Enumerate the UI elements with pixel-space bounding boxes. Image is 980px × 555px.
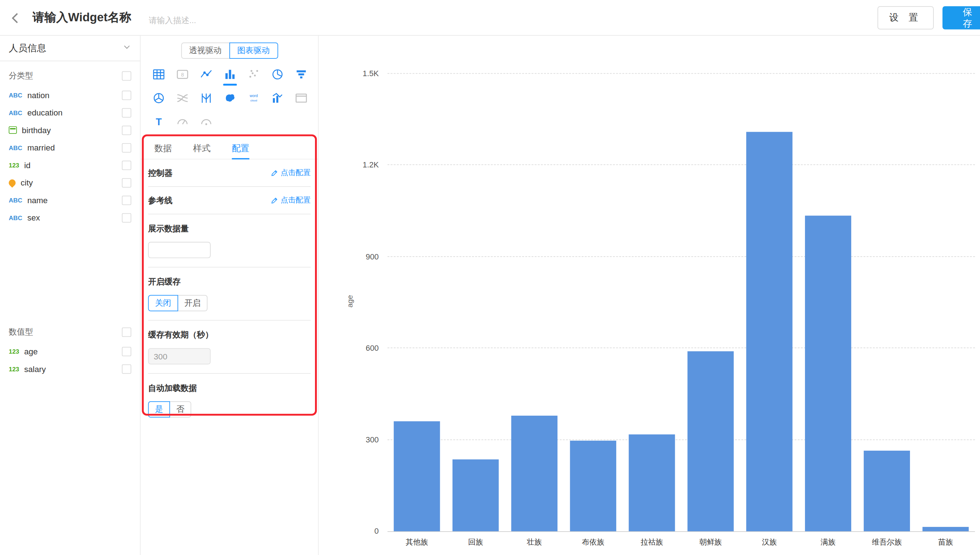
section-label: 数值型	[9, 326, 33, 337]
gridline	[388, 439, 975, 440]
chart-type-combo[interactable]	[266, 86, 289, 110]
panel-tabs: 数据 样式 配置	[141, 139, 318, 159]
bar-拉祜族[interactable]	[629, 435, 675, 531]
number-type-icon: 123	[9, 348, 19, 355]
chart-type-grid: 8 wordcloud T	[147, 63, 313, 133]
chart-type-funnel[interactable]	[289, 63, 313, 86]
gridline	[388, 73, 975, 74]
bar-维吾尔族[interactable]	[864, 450, 910, 531]
section-numeric: 数值型 123age123salary	[0, 321, 140, 377]
scatter-icon	[247, 67, 261, 81]
field-row-married[interactable]: ABCmarried	[0, 139, 140, 156]
mode-pivot-button[interactable]: 透视驱动	[181, 43, 229, 59]
y-axis-title: age	[346, 295, 354, 308]
autoload-no-radio[interactable]: 否	[169, 401, 191, 417]
dial-icon	[200, 115, 213, 129]
field-row-birthday[interactable]: birthday	[0, 121, 140, 139]
iframe-icon	[295, 91, 308, 105]
view-header[interactable]: 人员信息	[0, 36, 140, 61]
bar-汉族[interactable]	[746, 132, 793, 531]
field-checkbox[interactable]	[122, 346, 131, 356]
bar-布依族[interactable]	[570, 440, 616, 531]
text-icon: T	[152, 115, 166, 129]
calendar-icon	[9, 126, 17, 134]
autoload-yes-radio[interactable]: 是	[148, 401, 170, 417]
chart-type-dial[interactable]	[194, 110, 218, 134]
chart-type-gauge[interactable]	[171, 110, 194, 134]
header: 请输入Widget名称 请输入描述... 设 置 保 存	[0, 0, 980, 36]
chart-type-scorecard[interactable]: 8	[171, 63, 194, 86]
tab-style[interactable]: 样式	[193, 139, 210, 159]
bar-满族[interactable]	[805, 215, 851, 531]
chart-type-parallel[interactable]	[194, 86, 218, 110]
field-checkbox[interactable]	[122, 160, 131, 170]
field-row-nation[interactable]: ABCnation	[0, 86, 140, 104]
chart-type-scatter[interactable]	[242, 63, 266, 86]
save-button[interactable]: 保 存	[943, 6, 980, 29]
controller-row: 控制器 点击配置	[148, 159, 311, 187]
display-count-input[interactable]	[148, 242, 211, 258]
field-row-education[interactable]: ABCeducation	[0, 104, 140, 121]
field-checkbox[interactable]	[122, 90, 131, 99]
chart-type-china-map[interactable]	[218, 86, 242, 110]
cache-on-radio[interactable]: 开启	[178, 295, 208, 311]
field-checkbox[interactable]	[122, 125, 131, 135]
bar-壮族[interactable]	[511, 415, 557, 531]
bar-回族[interactable]	[453, 460, 499, 531]
reference-configure-link[interactable]: 点击配置	[271, 195, 311, 205]
chart-type-iframe[interactable]	[289, 86, 313, 110]
field-row-sex[interactable]: ABCsex	[0, 209, 140, 226]
field-row-name[interactable]: ABCname	[0, 191, 140, 209]
widget-name-input[interactable]: 请输入Widget名称	[32, 10, 131, 26]
cache-expire-input[interactable]	[148, 348, 211, 364]
cache-off-radio[interactable]: 关闭	[148, 295, 178, 311]
field-name: age	[24, 346, 38, 356]
mode-toggle: 透视驱动 图表驱动	[181, 43, 277, 59]
field-row-city[interactable]: city	[0, 174, 140, 191]
field-checkbox[interactable]	[122, 178, 131, 187]
field-checkbox[interactable]	[122, 143, 131, 152]
categorical-field-list: ABCnationABCeducationbirthdayABCmarried1…	[0, 86, 140, 226]
field-row-id[interactable]: 123id	[0, 156, 140, 173]
chart-type-rich-text[interactable]: T	[147, 110, 171, 134]
mode-chart-button[interactable]: 图表驱动	[229, 43, 278, 59]
section-select-all-checkbox[interactable]	[122, 71, 131, 80]
section-select-all-checkbox[interactable]	[122, 327, 131, 337]
scorecard-icon: 8	[176, 67, 189, 81]
x-tick-label: 回族	[446, 537, 505, 547]
bar-苗族[interactable]	[922, 527, 969, 531]
reference-line-label: 参考线	[148, 195, 173, 206]
chart-type-table[interactable]	[147, 63, 171, 86]
settings-button[interactable]: 设 置	[878, 6, 934, 29]
tab-config[interactable]: 配置	[232, 139, 249, 159]
reference-line-row: 参考线 点击配置	[148, 187, 311, 214]
field-checkbox[interactable]	[122, 195, 131, 205]
chevron-down-icon	[122, 43, 131, 54]
builder-panel: 透视驱动 图表驱动 8 wordcloud T 数据 样式 配置	[141, 36, 319, 555]
svg-text:word: word	[249, 94, 258, 98]
bar-朝鲜族[interactable]	[687, 351, 733, 531]
chart-type-sankey[interactable]	[171, 86, 194, 110]
x-tick-label: 维吾尔族	[857, 537, 916, 547]
x-tick-label: 壮族	[505, 537, 564, 547]
bar-其他族[interactable]	[394, 422, 440, 531]
chart-type-bar[interactable]	[218, 63, 242, 86]
chart-type-pie[interactable]	[266, 63, 289, 86]
field-checkbox[interactable]	[122, 364, 131, 374]
cache-expire-label: 缓存有效期（秒）	[148, 329, 311, 341]
chart-type-line[interactable]	[194, 63, 218, 86]
field-row-salary[interactable]: 123salary	[0, 360, 140, 377]
field-row-age[interactable]: 123age	[0, 342, 140, 360]
field-checkbox[interactable]	[122, 213, 131, 222]
description-input[interactable]: 请输入描述...	[149, 15, 196, 26]
back-button[interactable]	[6, 9, 25, 27]
field-checkbox[interactable]	[122, 108, 131, 117]
controller-configure-link[interactable]: 点击配置	[271, 167, 311, 178]
chart-type-word-cloud[interactable]: wordcloud	[242, 86, 266, 110]
tab-data[interactable]: 数据	[154, 139, 172, 159]
chart-type-rose[interactable]	[147, 86, 171, 110]
y-tick-label: 1.2K	[343, 160, 378, 170]
x-tick-label: 满族	[799, 537, 858, 547]
autoload-block: 自动加载数据 是 否	[148, 374, 311, 426]
autoload-radio-group: 是 否	[148, 401, 192, 417]
